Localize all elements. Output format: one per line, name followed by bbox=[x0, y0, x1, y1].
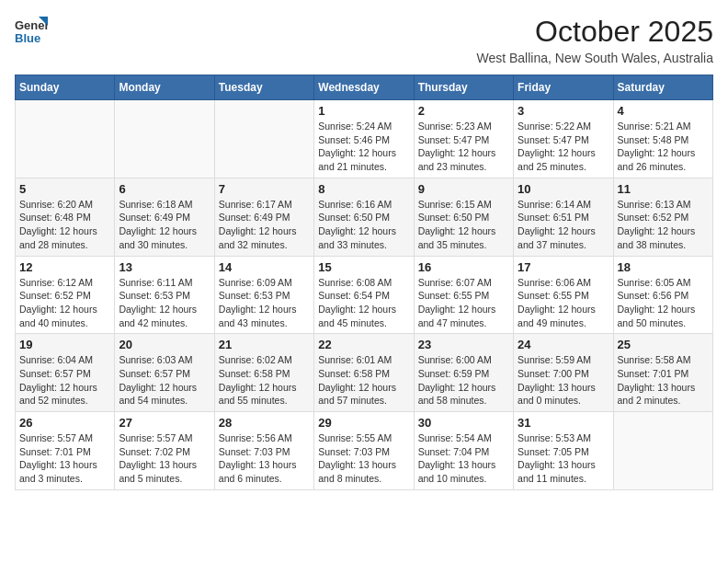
day-info: Sunrise: 5:53 AM Sunset: 7:05 PM Dayligh… bbox=[518, 431, 609, 486]
calendar-table: SundayMondayTuesdayWednesdayThursdayFrid… bbox=[15, 75, 713, 490]
calendar-cell: 3Sunrise: 5:22 AM Sunset: 5:47 PM Daylig… bbox=[514, 100, 613, 178]
day-info: Sunrise: 6:11 AM Sunset: 6:53 PM Dayligh… bbox=[119, 276, 210, 330]
day-number: 13 bbox=[119, 260, 210, 274]
day-number: 14 bbox=[219, 260, 310, 274]
day-header-friday: Friday bbox=[514, 75, 613, 100]
day-number: 6 bbox=[119, 182, 210, 196]
day-number: 27 bbox=[119, 416, 210, 430]
day-number: 19 bbox=[19, 338, 110, 351]
day-info: Sunrise: 6:16 AM Sunset: 6:50 PM Dayligh… bbox=[318, 198, 409, 252]
calendar-cell: 18Sunrise: 6:05 AM Sunset: 6:56 PM Dayli… bbox=[613, 256, 712, 334]
calendar-cell: 16Sunrise: 6:07 AM Sunset: 6:55 PM Dayli… bbox=[414, 256, 513, 334]
calendar-cell: 6Sunrise: 6:18 AM Sunset: 6:49 PM Daylig… bbox=[115, 178, 214, 256]
day-header-wednesday: Wednesday bbox=[314, 75, 414, 100]
calendar-cell: 5Sunrise: 6:20 AM Sunset: 6:48 PM Daylig… bbox=[16, 178, 115, 256]
day-number: 5 bbox=[19, 182, 110, 196]
day-number: 30 bbox=[418, 416, 509, 430]
day-header-tuesday: Tuesday bbox=[214, 75, 313, 100]
week-row-2: 5Sunrise: 6:20 AM Sunset: 6:48 PM Daylig… bbox=[16, 178, 713, 256]
day-info: Sunrise: 5:55 AM Sunset: 7:03 PM Dayligh… bbox=[318, 431, 409, 486]
day-info: Sunrise: 6:20 AM Sunset: 6:48 PM Dayligh… bbox=[19, 198, 110, 252]
day-info: Sunrise: 5:58 AM Sunset: 7:01 PM Dayligh… bbox=[618, 353, 709, 408]
title-block: October 2025 West Ballina, New South Wal… bbox=[476, 15, 713, 65]
day-info: Sunrise: 5:59 AM Sunset: 7:00 PM Dayligh… bbox=[518, 353, 609, 408]
day-info: Sunrise: 6:00 AM Sunset: 6:59 PM Dayligh… bbox=[418, 353, 509, 408]
calendar-cell: 28Sunrise: 5:56 AM Sunset: 7:03 PM Dayli… bbox=[214, 412, 313, 490]
day-number: 18 bbox=[618, 260, 709, 274]
day-header-thursday: Thursday bbox=[414, 75, 513, 100]
day-number: 21 bbox=[219, 338, 310, 351]
day-info: Sunrise: 6:14 AM Sunset: 6:51 PM Dayligh… bbox=[518, 198, 609, 252]
day-info: Sunrise: 6:17 AM Sunset: 6:49 PM Dayligh… bbox=[219, 198, 310, 252]
calendar-cell: 17Sunrise: 6:06 AM Sunset: 6:55 PM Dayli… bbox=[514, 256, 613, 334]
day-info: Sunrise: 5:56 AM Sunset: 7:03 PM Dayligh… bbox=[219, 431, 310, 486]
day-info: Sunrise: 6:13 AM Sunset: 6:52 PM Dayligh… bbox=[618, 198, 709, 252]
day-number: 3 bbox=[518, 104, 609, 118]
logo-icon: General Blue bbox=[15, 15, 48, 48]
day-header-saturday: Saturday bbox=[613, 75, 712, 100]
day-number: 17 bbox=[518, 260, 609, 274]
calendar-cell: 11Sunrise: 6:13 AM Sunset: 6:52 PM Dayli… bbox=[613, 178, 712, 256]
calendar-cell: 12Sunrise: 6:12 AM Sunset: 6:52 PM Dayli… bbox=[16, 256, 115, 334]
svg-text:Blue: Blue bbox=[15, 31, 40, 45]
page-header: General Blue October 2025 West Ballina, … bbox=[15, 15, 713, 65]
calendar-cell: 8Sunrise: 6:16 AM Sunset: 6:50 PM Daylig… bbox=[314, 178, 414, 256]
calendar-cell bbox=[214, 100, 313, 178]
calendar-cell: 27Sunrise: 5:57 AM Sunset: 7:02 PM Dayli… bbox=[115, 412, 214, 490]
day-info: Sunrise: 5:57 AM Sunset: 7:02 PM Dayligh… bbox=[119, 431, 210, 486]
calendar-cell: 21Sunrise: 6:02 AM Sunset: 6:58 PM Dayli… bbox=[214, 334, 313, 412]
day-number: 15 bbox=[318, 260, 409, 274]
calendar-cell: 13Sunrise: 6:11 AM Sunset: 6:53 PM Dayli… bbox=[115, 256, 214, 334]
day-number: 4 bbox=[618, 104, 709, 118]
week-row-3: 12Sunrise: 6:12 AM Sunset: 6:52 PM Dayli… bbox=[16, 256, 713, 334]
day-info: Sunrise: 5:23 AM Sunset: 5:47 PM Dayligh… bbox=[418, 120, 509, 174]
week-row-5: 26Sunrise: 5:57 AM Sunset: 7:01 PM Dayli… bbox=[16, 412, 713, 490]
day-number: 22 bbox=[318, 338, 409, 351]
week-row-1: 1Sunrise: 5:24 AM Sunset: 5:46 PM Daylig… bbox=[16, 100, 713, 178]
calendar-cell: 14Sunrise: 6:09 AM Sunset: 6:53 PM Dayli… bbox=[214, 256, 313, 334]
calendar-cell bbox=[115, 100, 214, 178]
day-info: Sunrise: 5:54 AM Sunset: 7:04 PM Dayligh… bbox=[418, 431, 509, 486]
day-header-sunday: Sunday bbox=[16, 75, 115, 100]
day-number: 31 bbox=[518, 416, 609, 430]
day-info: Sunrise: 6:18 AM Sunset: 6:49 PM Dayligh… bbox=[119, 198, 210, 252]
calendar-cell bbox=[613, 412, 712, 490]
calendar-cell: 29Sunrise: 5:55 AM Sunset: 7:03 PM Dayli… bbox=[314, 412, 414, 490]
day-number: 29 bbox=[318, 416, 409, 430]
day-info: Sunrise: 6:08 AM Sunset: 6:54 PM Dayligh… bbox=[318, 276, 409, 330]
calendar-cell: 9Sunrise: 6:15 AM Sunset: 6:50 PM Daylig… bbox=[414, 178, 513, 256]
day-number: 7 bbox=[219, 182, 310, 196]
logo: General Blue bbox=[15, 15, 48, 48]
calendar-cell: 22Sunrise: 6:01 AM Sunset: 6:58 PM Dayli… bbox=[314, 334, 414, 412]
calendar-cell: 30Sunrise: 5:54 AM Sunset: 7:04 PM Dayli… bbox=[414, 412, 513, 490]
calendar-cell: 4Sunrise: 5:21 AM Sunset: 5:48 PM Daylig… bbox=[613, 100, 712, 178]
day-info: Sunrise: 6:01 AM Sunset: 6:58 PM Dayligh… bbox=[318, 353, 409, 408]
calendar-cell: 7Sunrise: 6:17 AM Sunset: 6:49 PM Daylig… bbox=[214, 178, 313, 256]
day-info: Sunrise: 6:12 AM Sunset: 6:52 PM Dayligh… bbox=[19, 276, 110, 330]
day-number: 8 bbox=[318, 182, 409, 196]
day-number: 23 bbox=[418, 338, 509, 351]
day-info: Sunrise: 6:07 AM Sunset: 6:55 PM Dayligh… bbox=[418, 276, 509, 330]
days-header-row: SundayMondayTuesdayWednesdayThursdayFrid… bbox=[16, 75, 713, 100]
day-number: 28 bbox=[219, 416, 310, 430]
calendar-cell: 26Sunrise: 5:57 AM Sunset: 7:01 PM Dayli… bbox=[16, 412, 115, 490]
day-number: 16 bbox=[418, 260, 509, 274]
calendar-cell: 24Sunrise: 5:59 AM Sunset: 7:00 PM Dayli… bbox=[514, 334, 613, 412]
day-header-monday: Monday bbox=[115, 75, 214, 100]
day-number: 11 bbox=[618, 182, 709, 196]
calendar-cell: 19Sunrise: 6:04 AM Sunset: 6:57 PM Dayli… bbox=[16, 334, 115, 412]
calendar-cell: 23Sunrise: 6:00 AM Sunset: 6:59 PM Dayli… bbox=[414, 334, 513, 412]
day-info: Sunrise: 5:21 AM Sunset: 5:48 PM Dayligh… bbox=[618, 120, 709, 174]
day-info: Sunrise: 6:05 AM Sunset: 6:56 PM Dayligh… bbox=[618, 276, 709, 330]
day-number: 2 bbox=[418, 104, 509, 118]
calendar-cell: 1Sunrise: 5:24 AM Sunset: 5:46 PM Daylig… bbox=[314, 100, 414, 178]
month-title: October 2025 bbox=[476, 15, 713, 49]
day-info: Sunrise: 6:06 AM Sunset: 6:55 PM Dayligh… bbox=[518, 276, 609, 330]
day-info: Sunrise: 6:02 AM Sunset: 6:58 PM Dayligh… bbox=[219, 353, 310, 408]
day-info: Sunrise: 5:22 AM Sunset: 5:47 PM Dayligh… bbox=[518, 120, 609, 174]
location: West Ballina, New South Wales, Australia bbox=[476, 51, 713, 65]
calendar-cell: 2Sunrise: 5:23 AM Sunset: 5:47 PM Daylig… bbox=[414, 100, 513, 178]
day-info: Sunrise: 6:03 AM Sunset: 6:57 PM Dayligh… bbox=[119, 353, 210, 408]
day-number: 9 bbox=[418, 182, 509, 196]
calendar-cell bbox=[16, 100, 115, 178]
